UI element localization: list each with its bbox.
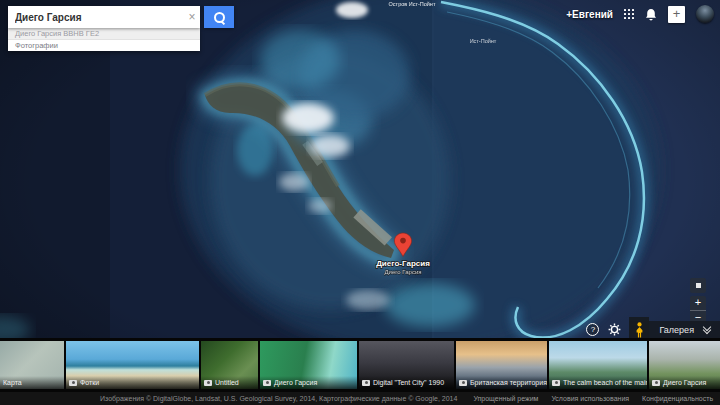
footer-link[interactable]: Условия использования [551, 395, 629, 402]
camera-icon [459, 380, 467, 386]
camera-icon [362, 380, 370, 386]
my-location-button[interactable] [690, 278, 706, 293]
thumb-label: Untitled [215, 379, 239, 386]
thumb-label: Британская территория в Инд... [470, 379, 547, 386]
thumb-label: Digital "Tent City" 1990 [373, 379, 444, 386]
map-label-reef: Ист-Пойнт [470, 38, 497, 44]
pin-label: Диего-Гарсия [376, 259, 430, 268]
profile-link[interactable]: +Евгений [566, 9, 613, 20]
search-panel: × Диего Гарсия ВВНВ ГЕ2 Фотографии [8, 6, 234, 51]
carousel-thumb-storm[interactable]: Digital "Tent City" 1990 [359, 341, 454, 389]
carousel-thumb-jungle[interactable]: Untitled [201, 341, 258, 389]
map-attribution: Изображения © DigitalGlobe, Landsat, U.S… [100, 395, 457, 402]
search-box: × [8, 6, 200, 28]
thumb-caption: Фотки [66, 376, 199, 389]
help-icon[interactable]: ? [586, 323, 599, 336]
suggestion-photos[interactable]: Фотографии [8, 40, 200, 51]
chevron-double-down-icon[interactable] [704, 327, 710, 333]
gear-icon[interactable] [608, 323, 621, 336]
thumb-caption: Диего Гарсия [649, 376, 720, 389]
thumb-label: Диего Гарсия [274, 379, 317, 386]
location-icon [696, 283, 701, 288]
carousel-thumb-beach[interactable]: Фотки [66, 341, 199, 389]
apps-grid-icon[interactable] [624, 9, 634, 19]
bottom-toolbar: ? Галерея [586, 321, 720, 338]
footer-link[interactable]: Конфиденциальность [642, 395, 713, 402]
close-icon[interactable]: × [184, 6, 200, 28]
footer-link[interactable]: Упрощенный режим [473, 395, 538, 402]
carousel-thumb-map[interactable]: Карта [0, 341, 64, 389]
google-bar: +Евгений + [566, 5, 714, 23]
pegman-handle[interactable] [629, 317, 649, 338]
search-input[interactable] [8, 12, 184, 23]
avatar[interactable] [696, 5, 714, 23]
camera-icon [204, 380, 212, 386]
thumb-caption: Digital "Tent City" 1990 [359, 376, 454, 389]
footer-links: Упрощенный режимУсловия использованияКон… [473, 395, 720, 402]
pin-sublabel: Диего Гарсия [385, 269, 422, 275]
thumb-label: Фотки [80, 379, 99, 386]
thumb-caption: The calm beach of the main is... [549, 376, 647, 389]
notifications-bell-icon[interactable] [645, 8, 657, 21]
carousel-thumb-base[interactable]: Диего Гарсия [649, 341, 720, 389]
carousel-thumb-island[interactable]: Диего Гарсия [260, 341, 357, 389]
thumb-label: Карта [3, 379, 22, 386]
camera-icon [69, 380, 77, 386]
carousel-thumb-sunset[interactable]: Британская территория в Инд... [456, 341, 547, 389]
search-suggestions: Диего Гарсия ВВНВ ГЕ2 Фотографии [8, 28, 200, 51]
thumb-caption: Британская территория в Инд... [456, 376, 547, 389]
gallery-label[interactable]: Галерея [659, 325, 694, 335]
thumb-label: Диего Гарсия [663, 379, 706, 386]
gallery-segment: Галерея [629, 321, 720, 338]
camera-icon [652, 380, 660, 386]
thumb-label: The calm beach of the main is... [563, 379, 647, 386]
zoom-in-button[interactable]: + [690, 296, 706, 311]
suggestion-history[interactable]: Диего Гарсия ВВНВ ГЕ2 [8, 28, 200, 40]
thumb-caption: Untitled [201, 376, 258, 389]
camera-icon [263, 380, 271, 386]
camera-icon [552, 380, 560, 386]
thumb-caption: Диего Гарсия [260, 376, 357, 389]
search-button[interactable] [204, 6, 234, 28]
search-icon [214, 12, 225, 23]
pegman-icon [635, 322, 644, 338]
share-photo-button[interactable]: + [668, 6, 685, 23]
carousel-thumb-palm[interactable]: The calm beach of the main is... [549, 341, 647, 389]
map-label-top: Остров Ист-Пойнт [389, 1, 436, 7]
thumb-caption: Карта [0, 376, 64, 389]
zoom-control: + − [690, 296, 706, 324]
photo-carousel: Карта Фотки Untitled Диего Гарсия Digita… [0, 338, 720, 392]
attribution-bar: Изображения © DigitalGlobe, Landsat, U.S… [0, 392, 720, 405]
